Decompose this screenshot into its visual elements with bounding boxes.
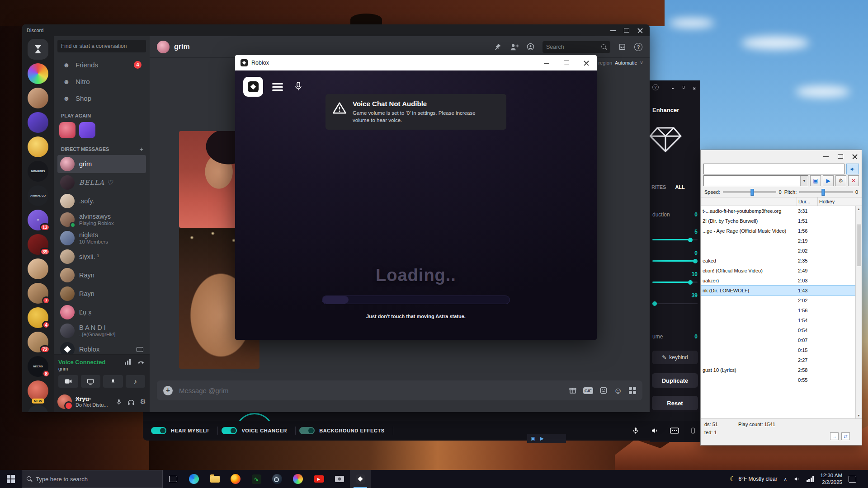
- peek-grid-icon[interactable]: ▣: [531, 436, 535, 441]
- hidden-icons-chevron[interactable]: ∧: [784, 477, 787, 482]
- server-icon[interactable]: [28, 112, 48, 133]
- dm-item[interactable]: Rayn: [57, 266, 146, 284]
- dm-item[interactable]: alvinsawys Playing Roblox: [57, 211, 146, 229]
- enhancer-slider[interactable]: 39: [652, 292, 698, 304]
- menu-icon[interactable]: [272, 83, 283, 93]
- close-button[interactable]: [691, 84, 698, 90]
- server-icon[interactable]: 4: [28, 307, 48, 328]
- start-button[interactable]: [0, 470, 22, 488]
- user-profile-icon[interactable]: [527, 43, 534, 51]
- sound-row[interactable]: ualizer) 2:03: [701, 276, 855, 286]
- voice-region-selector[interactable]: region Automatic ∨: [598, 60, 643, 66]
- voice-channel-name[interactable]: grim: [58, 366, 145, 371]
- camera-button[interactable]: [58, 375, 78, 388]
- toggle-switch[interactable]: [222, 427, 237, 434]
- server-icon[interactable]: NEW: [28, 380, 48, 401]
- speed-thumb[interactable]: [750, 189, 754, 196]
- roblox-logo-button[interactable]: [243, 77, 263, 97]
- slider-handle[interactable]: [693, 259, 698, 263]
- slider-track[interactable]: [652, 239, 698, 240]
- voice-chat-mic-icon[interactable]: [294, 81, 302, 92]
- minimize-button[interactable]: [608, 27, 618, 34]
- settings-button[interactable]: ⚙: [835, 175, 846, 186]
- server-icon[interactable]: 39: [28, 234, 48, 255]
- action-center-icon[interactable]: [849, 476, 856, 483]
- server-icon[interactable]: V 13: [28, 210, 48, 230]
- discord-home-button[interactable]: [28, 39, 48, 60]
- server-icon[interactable]: [28, 63, 48, 84]
- taskbar-audio-app[interactable]: ∿: [246, 470, 267, 488]
- keybind-button[interactable]: ✎ keybind: [652, 351, 698, 364]
- enhancer-tab[interactable]: ALL: [675, 184, 684, 190]
- chat-search-box[interactable]: [542, 41, 610, 53]
- help-icon[interactable]: ?: [634, 43, 642, 51]
- sound-row[interactable]: ction! (Official Music Video) 2:49: [701, 266, 855, 276]
- enhancer-tab[interactable]: RITES: [651, 184, 666, 190]
- taskbar-steam[interactable]: [267, 470, 288, 488]
- taskbar-search-input[interactable]: [36, 476, 158, 483]
- user-avatar[interactable]: [57, 394, 72, 409]
- sound-row[interactable]: 2:27: [701, 355, 855, 365]
- sidebar-nav-item[interactable]: ☻ Shop: [57, 90, 146, 106]
- chat-search-input[interactable]: [546, 44, 601, 50]
- enhancer-slider[interactable]: 10: [652, 271, 698, 283]
- server-icon[interactable]: [28, 258, 48, 279]
- sound-row[interactable]: 1:56: [701, 305, 855, 315]
- dm-item[interactable]: niglets 10 Members: [57, 229, 146, 247]
- taskbar-color-app[interactable]: [288, 470, 308, 488]
- dm-item[interactable]: Roblox: [57, 340, 146, 354]
- dm-item[interactable]: BELLA ♡: [57, 174, 146, 192]
- duplicate-button[interactable]: Duplicate: [652, 373, 698, 388]
- emoji-picker-icon[interactable]: ☺: [614, 386, 623, 395]
- close-button[interactable]: [635, 27, 645, 34]
- sound-row[interactable]: 1:54: [701, 315, 855, 325]
- message-input[interactable]: [179, 387, 562, 394]
- scrollbar[interactable]: ▲ ▼: [855, 206, 862, 418]
- toggle-switch[interactable]: [299, 427, 315, 434]
- slider-handle[interactable]: [688, 280, 693, 285]
- enhancer-slider[interactable]: 0: [652, 250, 698, 262]
- minimize-button[interactable]: [821, 153, 831, 160]
- gif-picker-icon[interactable]: GIF: [583, 387, 593, 394]
- network-icon[interactable]: [807, 476, 814, 482]
- sound-row[interactable]: 2:19: [701, 236, 855, 246]
- sound-search-input[interactable]: [703, 164, 844, 174]
- sound-row[interactable]: 0:54: [701, 325, 855, 335]
- slider-track[interactable]: [652, 260, 698, 262]
- weather-widget[interactable]: ☾ 6°F Mostly clear: [730, 475, 778, 483]
- sound-row[interactable]: 2! (Dir. by Tycho Burwell) 1:51: [701, 216, 855, 226]
- sound-row[interactable]: 0:55: [701, 375, 855, 385]
- sound-row[interactable]: eaked 2:35: [701, 256, 855, 266]
- mini-arrow-button[interactable]: →: [830, 432, 839, 440]
- taskbar-camera-app[interactable]: [329, 470, 350, 488]
- scrollbar-thumb[interactable]: [857, 225, 861, 266]
- save-button[interactable]: ▣: [810, 175, 821, 186]
- server-icon[interactable]: [28, 136, 48, 157]
- attach-file-icon[interactable]: +: [163, 386, 173, 395]
- close-button[interactable]: [581, 59, 591, 66]
- duration-column-header[interactable]: Dur...: [797, 197, 817, 206]
- dm-item[interactable]: siyxii. ¹: [57, 248, 146, 266]
- taskbar-clock[interactable]: 12:30 AM 2/2/2025: [820, 472, 842, 486]
- chat-avatar[interactable]: [157, 41, 170, 53]
- minimize-button[interactable]: [542, 59, 552, 66]
- scroll-down-icon[interactable]: ▼: [857, 413, 860, 418]
- sidebar-nav-item[interactable]: ☻ Nitro: [57, 73, 146, 89]
- mute-mic-icon[interactable]: [116, 398, 122, 406]
- info-button[interactable]: ▶: [823, 175, 834, 186]
- gift-icon[interactable]: [569, 386, 577, 394]
- server-icon[interactable]: MEMBERS: [28, 161, 48, 182]
- dm-item[interactable]: Ľụ x̣: [57, 303, 146, 321]
- mobile-phone-icon[interactable]: [690, 426, 696, 435]
- taskbar-firefox[interactable]: [225, 470, 246, 488]
- server-icon[interactable]: NECRO 8: [28, 356, 48, 377]
- maximize-button[interactable]: [835, 153, 845, 160]
- slider-handle[interactable]: [688, 238, 693, 242]
- server-icon[interactable]: [28, 88, 48, 108]
- pitch-thumb[interactable]: [822, 189, 825, 196]
- dm-item[interactable]: grim: [57, 155, 146, 173]
- sound-row[interactable]: 2:02: [701, 296, 855, 305]
- play-speaker-button[interactable]: [846, 164, 859, 174]
- create-dm-icon[interactable]: +: [140, 145, 143, 153]
- maximize-button[interactable]: [561, 59, 571, 66]
